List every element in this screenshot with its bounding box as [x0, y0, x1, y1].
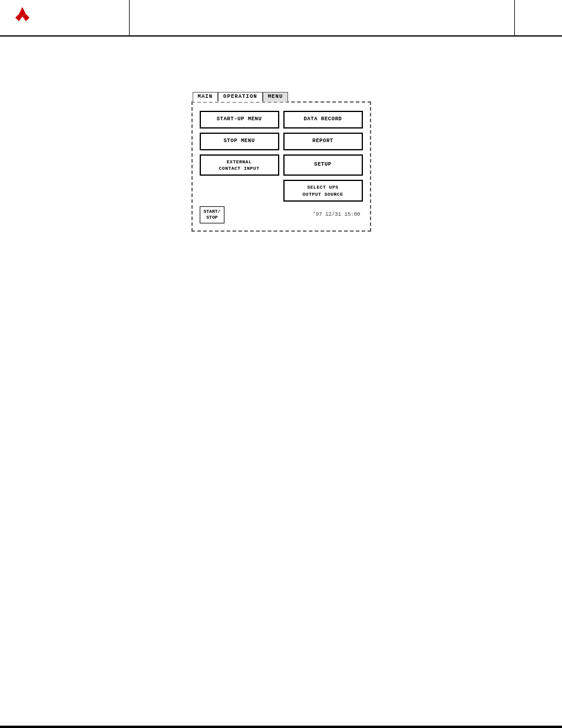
timestamp: '97 12/31 15:00 — [312, 212, 360, 218]
tab-menu[interactable]: MENU — [263, 92, 289, 102]
report-button[interactable]: REPORT — [283, 133, 363, 150]
panel-bottom: START/STOP '97 12/31 15:00 — [200, 206, 363, 223]
header-right — [515, 0, 562, 35]
startup-menu-button[interactable]: START-UP MENU — [200, 111, 279, 129]
data-record-button[interactable]: DATA RECORD — [283, 111, 363, 129]
panel-tabs: MAIN OPERATION MENU — [193, 92, 289, 102]
tab-operation[interactable]: OPERATION — [218, 92, 263, 102]
header-title — [130, 0, 515, 35]
setup-button[interactable]: SETUP — [283, 154, 363, 176]
panel-body: START-UP MENU DATA RECORD STOP MENU REPO… — [200, 111, 363, 202]
main-content: MAIN OPERATION MENU START-UP MENU DATA R… — [0, 37, 562, 726]
mitsubishi-logo-icon — [11, 6, 34, 29]
tab-main[interactable]: MAIN — [193, 92, 219, 102]
select-ups-button[interactable]: SELECT UPSOUTPUT SOURCE — [283, 180, 363, 201]
logo-area — [0, 0, 130, 35]
external-contact-button[interactable]: EXTERNALCONTACT INPUT — [200, 154, 279, 176]
start-stop-button[interactable]: START/STOP — [200, 206, 225, 223]
footer-bar — [0, 726, 562, 728]
operation-panel: MAIN OPERATION MENU START-UP MENU DATA R… — [191, 101, 371, 232]
header — [0, 0, 562, 37]
stop-menu-button[interactable]: STOP MENU — [200, 133, 279, 150]
